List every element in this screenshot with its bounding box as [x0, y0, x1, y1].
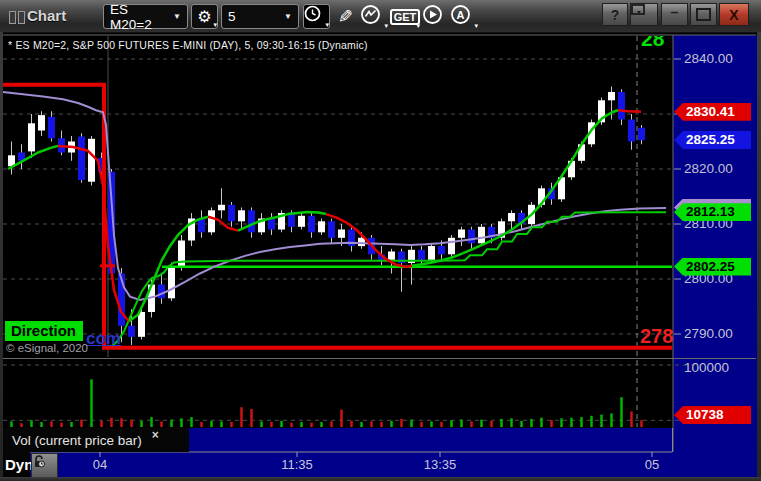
dynamic-session-label: Dyn [3, 452, 30, 477]
volume-indicator-tab[interactable]: Vol (current price bar) × [3, 428, 189, 452]
title-bar[interactable]: Chart ES M20=2 ▼ ⚙ ▾ 5 ▼ ▾ ✎ [0, 0, 761, 33]
clipped-red-level-label: 278 [640, 325, 673, 348]
close-icon: X [729, 7, 738, 23]
copyright-text: © eSignal, 2020 [6, 342, 88, 354]
time-lock-button[interactable] [31, 453, 58, 478]
maximize-button[interactable] [690, 3, 717, 26]
chart-symbol-header: * ES M20=2, S&P 500 FUTURES E-MINI (DAY)… [8, 39, 368, 51]
chevron-down-icon: ▼ [173, 12, 181, 21]
interval-dropdown[interactable]: 5 ▼ [221, 4, 299, 29]
letter-a-icon: A [450, 4, 471, 25]
play-button[interactable] [422, 4, 448, 29]
time-template-button[interactable]: ▾ [303, 4, 330, 29]
lock-icon [32, 454, 47, 469]
maximize-icon [696, 8, 711, 21]
window-border [0, 477, 761, 481]
close-button[interactable]: X [719, 3, 749, 26]
dock-window-icon [631, 4, 645, 16]
window-icon [9, 10, 27, 28]
help-label: ? [611, 7, 620, 23]
chart-canvas[interactable] [0, 0, 761, 481]
dock-button[interactable] [630, 3, 658, 26]
symbol-value: ES M20=2 [110, 2, 173, 32]
window-title: Chart [27, 7, 66, 24]
annotation-button[interactable]: A ▾ [450, 4, 478, 29]
settings-button[interactable]: ⚙ ▾ [191, 4, 218, 29]
watermark-text: com [86, 329, 121, 349]
chevron-down-icon: ▾ [416, 22, 420, 30]
minimize-icon: – [671, 4, 679, 20]
gear-icon: ⚙ [197, 7, 211, 26]
zigzag-line-icon [360, 4, 381, 25]
symbol-dropdown[interactable]: ES M20=2 ▼ [103, 4, 188, 29]
line-study-button[interactable]: ▾ [360, 4, 388, 29]
chart-window: 2840.002830.002820.002810.002800.002790.… [0, 0, 761, 481]
direction-indicator-label: Direction [5, 321, 83, 341]
chevron-down-icon: ▾ [474, 22, 478, 30]
minimize-button[interactable]: – [661, 3, 688, 26]
clock-icon [304, 5, 321, 22]
volume-tab-label: Vol (current price bar) [12, 433, 142, 448]
window-border [757, 32, 761, 481]
help-button[interactable]: ? [602, 3, 628, 26]
get-data-button[interactable]: GET ▾ [390, 4, 420, 29]
chevron-down-icon: ▾ [213, 21, 217, 29]
svg-text:A: A [457, 9, 465, 21]
window-border [0, 32, 3, 481]
close-icon[interactable]: × [152, 428, 159, 442]
chevron-down-icon: ▼ [284, 12, 292, 21]
pencil-icon: ✎ [338, 6, 353, 28]
clipped-price-label: 28 [641, 36, 664, 51]
chevron-down-icon: ▾ [384, 22, 388, 30]
interval-value: 5 [228, 9, 236, 24]
play-icon [422, 4, 443, 25]
chevron-down-icon: ▾ [325, 21, 329, 29]
draw-button[interactable]: ✎ [333, 4, 358, 29]
